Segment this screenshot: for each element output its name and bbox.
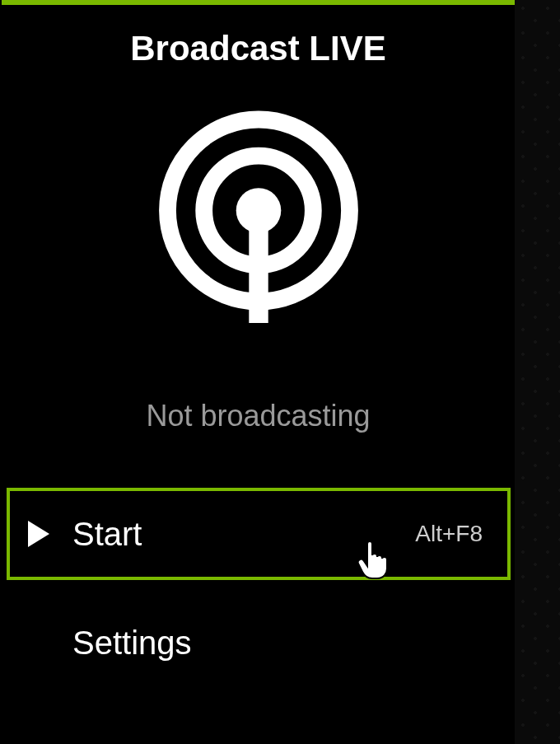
broadcast-icon-container — [2, 109, 515, 323]
accent-bar — [2, 0, 515, 5]
background-texture — [515, 0, 560, 744]
broadcast-antenna-icon — [152, 109, 366, 323]
svg-rect-3 — [249, 222, 268, 324]
start-button[interactable]: Start Alt+F8 — [7, 488, 511, 580]
play-icon — [28, 521, 49, 547]
start-shortcut: Alt+F8 — [415, 521, 483, 547]
start-label: Start — [72, 516, 415, 553]
settings-button[interactable]: Settings — [7, 610, 511, 676]
settings-label: Settings — [72, 625, 192, 662]
panel-title: Broadcast LIVE — [2, 29, 515, 68]
broadcast-panel: Broadcast LIVE Not broadcasting Start Al… — [2, 0, 515, 744]
broadcast-status: Not broadcasting — [2, 399, 515, 433]
